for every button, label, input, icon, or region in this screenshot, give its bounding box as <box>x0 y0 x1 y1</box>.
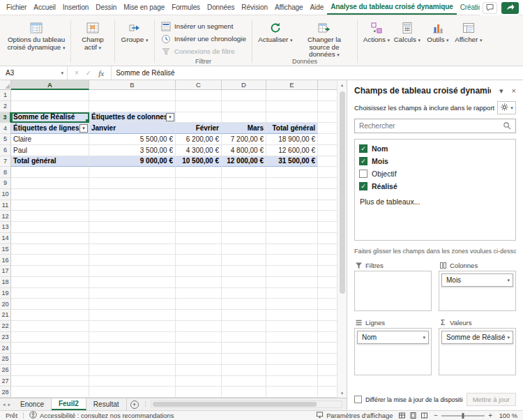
cell-c28[interactable] <box>176 387 222 398</box>
cell-d22[interactable] <box>222 321 266 332</box>
cell-c12[interactable] <box>176 211 222 222</box>
cell-c1[interactable] <box>176 90 222 101</box>
cell-a18[interactable] <box>11 277 89 288</box>
checkbox-nom[interactable]: ✓ <box>359 144 367 153</box>
cell-a5[interactable]: Claire <box>11 134 89 145</box>
field-mois[interactable]: ✓Mois <box>359 155 511 167</box>
row-header-23[interactable]: 23 <box>0 332 11 343</box>
row-header-21[interactable]: 21 <box>0 310 11 321</box>
column-header-a[interactable]: A <box>11 80 89 90</box>
cell-c11[interactable] <box>176 200 222 211</box>
row-header-18[interactable]: 18 <box>0 277 11 288</box>
insert-function-icon[interactable]: fx <box>98 69 104 77</box>
cell-e25[interactable] <box>266 354 318 365</box>
cell-a26[interactable] <box>11 365 89 376</box>
cell-a4[interactable]: Étiquettes de lignes▼ <box>11 123 89 134</box>
cell-c24[interactable] <box>176 343 222 354</box>
update-button[interactable]: Mettre à jour <box>467 393 516 406</box>
row-header-27[interactable]: 27 <box>0 376 11 387</box>
cell-b11[interactable] <box>89 200 176 211</box>
cell-c18[interactable] <box>176 277 222 288</box>
cell-a22[interactable] <box>11 321 89 332</box>
cell-e22[interactable] <box>266 321 318 332</box>
cell-a2[interactable] <box>11 101 89 112</box>
row-header-26[interactable]: 26 <box>0 365 11 376</box>
cell-e7[interactable]: 31 500,00 € <box>266 156 318 167</box>
sheet-nav-left-icon[interactable]: ◂ <box>3 402 6 407</box>
cell-c16[interactable] <box>176 255 222 266</box>
tab-analyse-du-tableau-croise-dynamique[interactable]: Analyse du tableau croisé dynamique <box>327 0 456 15</box>
calculs-button[interactable]: Calculs ▾ <box>392 18 423 45</box>
cell-c14[interactable] <box>176 233 222 244</box>
zone-valeurs-box[interactable]: Somme de Réalisé ▾ <box>439 328 516 375</box>
cell-d18[interactable] <box>222 277 266 288</box>
row-header-22[interactable]: 22 <box>0 321 11 332</box>
sheet-tab-resultat[interactable]: Resultat <box>86 398 127 410</box>
cell-e15[interactable] <box>266 244 318 255</box>
cell-e4[interactable]: Total général <box>266 123 318 134</box>
cell-b12[interactable] <box>89 211 176 222</box>
cell-e10[interactable] <box>266 189 318 200</box>
cancel-icon[interactable]: × <box>75 69 79 77</box>
scroll-down-icon[interactable]: ▾ <box>341 389 344 398</box>
row-header-7[interactable]: 7 <box>0 156 11 167</box>
cell-b16[interactable] <box>89 255 176 266</box>
add-sheet-button[interactable]: + <box>127 398 142 410</box>
page-layout-view-button[interactable] <box>409 412 417 419</box>
zone-lignes-box[interactable]: Nom ▾ <box>354 328 432 375</box>
cell-b21[interactable] <box>89 310 176 321</box>
cell-a7[interactable]: Total général <box>11 156 89 167</box>
cell-a16[interactable] <box>11 255 89 266</box>
cell-d20[interactable] <box>222 299 266 310</box>
outils-button[interactable]: Outils ▾ <box>423 18 453 45</box>
cell-c15[interactable] <box>176 244 222 255</box>
filter-dropdown-b3[interactable]: ▼ <box>166 113 174 121</box>
cell-e16[interactable] <box>266 255 318 266</box>
cell-e17[interactable] <box>266 266 318 277</box>
cell-c21[interactable] <box>176 310 222 321</box>
cell-e9[interactable] <box>266 178 318 189</box>
cell-d26[interactable] <box>222 365 266 376</box>
field-chip-somme-de-realise[interactable]: Somme de Réalisé ▾ <box>441 331 513 344</box>
cell-d3[interactable] <box>222 112 266 123</box>
tab-fichier[interactable]: Fichier <box>3 0 30 15</box>
cell-e13[interactable] <box>266 222 318 233</box>
row-header-20[interactable]: 20 <box>0 299 11 310</box>
row-header-2[interactable]: 2 <box>0 101 11 112</box>
cell-c23[interactable] <box>176 332 222 343</box>
column-header-b[interactable]: B <box>89 80 176 90</box>
cell-a1[interactable] <box>11 90 89 101</box>
field-realise[interactable]: ✓Réalisé <box>359 180 511 193</box>
cell-b25[interactable] <box>89 354 176 365</box>
row-header-4[interactable]: 4 <box>0 123 11 134</box>
cell-b23[interactable] <box>89 332 176 343</box>
cell-d28[interactable] <box>222 387 266 398</box>
tab-scroll-splitter[interactable]: ⋮ <box>142 398 149 410</box>
cell-e20[interactable] <box>266 299 318 310</box>
name-box-dropdown-icon[interactable]: ▾ <box>61 70 63 76</box>
normal-view-button[interactable] <box>398 412 406 419</box>
actions-button[interactable]: Actions ▾ <box>361 18 392 45</box>
cell-c9[interactable] <box>176 178 222 189</box>
pivottable-options-button[interactable]: Options du tableau croisé dynamique ▾ <box>6 18 67 52</box>
cell-e28[interactable] <box>266 387 318 398</box>
cell-c7[interactable]: 10 500,00 € <box>176 156 222 167</box>
cell-b5[interactable]: 5 500,00 € <box>89 134 176 145</box>
field-nom[interactable]: ✓Nom <box>359 142 511 155</box>
cell-d7[interactable]: 12 000,00 € <box>222 156 266 167</box>
row-header-12[interactable]: 12 <box>0 211 11 222</box>
row-header-9[interactable]: 9 <box>0 178 11 189</box>
select-all-corner[interactable] <box>0 80 11 90</box>
cell-c17[interactable] <box>176 266 222 277</box>
row-header-25[interactable]: 25 <box>0 354 11 365</box>
cell-c13[interactable] <box>176 222 222 233</box>
row-header-15[interactable]: 15 <box>0 244 11 255</box>
row-header-8[interactable]: 8 <box>0 167 11 178</box>
cell-c19[interactable] <box>176 288 222 299</box>
cell-e1[interactable] <box>266 90 318 101</box>
field-objectif[interactable]: Objectif <box>359 167 511 180</box>
cell-c4[interactable]: Février <box>176 123 222 134</box>
fields-options-button[interactable]: ▾ <box>497 101 516 114</box>
cell-d15[interactable] <box>222 244 266 255</box>
cell-b8[interactable] <box>89 167 176 178</box>
